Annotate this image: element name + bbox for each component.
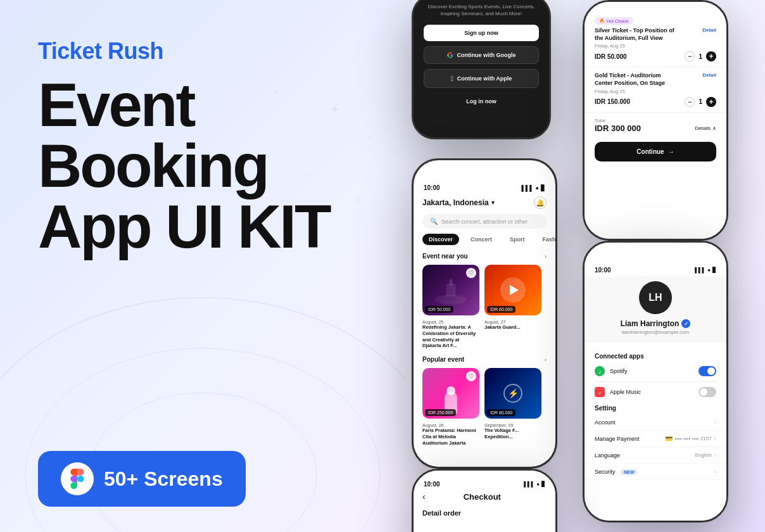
screens-badge[interactable]: 50+ Screens (38, 451, 246, 507)
ticket-1-detail[interactable]: Detail (702, 27, 716, 33)
total-label: Total (595, 118, 716, 124)
phone-auth: Discover Exciting Sports Events, Live Co… (412, 0, 551, 139)
checkout-status-icons: ▌▌▌●▊ (524, 481, 545, 487)
event-price-1: IDR 50.000 (425, 306, 453, 313)
event-card-2[interactable]: IDR 60.000 (484, 265, 541, 315)
event-card-4[interactable]: ⚡ IDR 80.000 (484, 368, 541, 419)
back-button[interactable]: ‹ (422, 491, 426, 502)
popular-event-info-row: August, 26 Faris Pratama: Harmoni Cita a… (414, 421, 555, 448)
account-item[interactable]: Account › (585, 414, 726, 431)
tab-discover[interactable]: Discover (422, 234, 459, 245)
svg-rect-10 (446, 284, 456, 296)
spotify-label: Spotify (610, 368, 628, 374)
left-panel: ✦ ✦ ✦ ✦ ✦ ✦ Ticket Rush Event Booking Ap… (0, 0, 405, 532)
language-label: Language (595, 452, 620, 459)
nearby-arrow[interactable]: › (545, 253, 547, 260)
chevron-up-icon: ∧ (712, 125, 716, 131)
favorite-icon-1[interactable]: ♡ (466, 268, 476, 278)
checkout-header: ‹ Checkout (414, 489, 555, 507)
google-button[interactable]: Continue with Google (424, 46, 539, 64)
ticket-1-date: Friday, Aug 25 (595, 43, 716, 49)
nearby-event-info-row: August, 25 Redefining Jakarta: A Celebra… (414, 318, 555, 351)
setting-title: Setting (585, 401, 726, 414)
location-text: Jakarta, Indonesia (422, 198, 489, 207)
screens-count: 50+ Screens (104, 467, 223, 491)
signup-button[interactable]: Sign up now (424, 25, 539, 41)
security-item[interactable]: Security NEW › (585, 464, 726, 480)
checkout-title: Checkout (431, 492, 534, 502)
spotify-toggle[interactable] (699, 366, 716, 376)
account-chevron: › (714, 419, 716, 426)
popular-arrow[interactable]: › (545, 357, 547, 363)
manage-payment-item[interactable]: Manage Payment 💳 •••• •••• •••• 2157 › (585, 431, 726, 447)
phone-tickets: 🔥 Hot Choice Silver Ticket - Top Positio… (583, 0, 728, 241)
auth-tagline: Discover Exciting Sports Events, Live Co… (424, 3, 539, 17)
spotify-icon: ♪ (595, 366, 605, 376)
apple-music-item: ♪ Apple Music (585, 383, 726, 401)
search-icon: 🔍 (430, 218, 438, 225)
details-link[interactable]: Details ∧ (695, 125, 716, 131)
continue-button[interactable]: Continue → (595, 142, 716, 162)
divider-1 (595, 381, 716, 382)
event-1-date: August, 25 (422, 320, 479, 324)
phone-checkout: 10:00 ▌▌▌●▊ ‹ Checkout Detail order (412, 469, 557, 532)
ticket-1-name: Silver Ticket - Top Position of the Audi… (595, 27, 677, 42)
brand-name: Ticket Rush (38, 38, 367, 65)
svg-text:✦: ✦ (367, 135, 372, 141)
ticket-2-price-row: IDR 150.000 − 1 + (595, 97, 716, 107)
profile-status-time: 10:00 (595, 267, 611, 274)
status-time: 10:00 (424, 184, 440, 191)
event-3-date: August, 26 (422, 423, 479, 428)
event-2-date: August, 27 (484, 320, 541, 324)
search-bar[interactable]: 🔍 Search concert, attraction or other (422, 214, 547, 229)
ticket-1-price: IDR 50.000 (595, 53, 627, 60)
language-chevron: › (714, 452, 716, 459)
tab-fashion[interactable]: Fashi... (536, 234, 555, 245)
qty-plus-1[interactable]: + (706, 51, 716, 61)
event-card-3[interactable]: IDR 250.000 ♡ (422, 368, 479, 419)
connected-apps-title: Connected apps (585, 349, 726, 362)
apple-button[interactable]:  Continue with Apple (424, 69, 539, 88)
phone-profile: 10:00 ▌▌▌●▊ LH Liam Harrington ✓ liamhar… (583, 241, 728, 522)
security-chevron: › (714, 468, 716, 475)
spotify-item: ♪ Spotify (585, 362, 726, 380)
total-amount: IDR 300 000 (595, 124, 641, 133)
tab-sport[interactable]: Sport (503, 234, 531, 245)
status-icons: ▌▌▌●▊ (521, 185, 545, 191)
language-item[interactable]: Language English › (585, 447, 726, 464)
login-button[interactable]: Log in now (424, 93, 539, 110)
ticket-2-detail[interactable]: Detail (702, 72, 716, 78)
notification-icon[interactable]: 🔔 (534, 196, 547, 209)
event-price-3: IDR 250.000 (425, 409, 456, 416)
apple-music-toggle[interactable] (699, 387, 716, 397)
apple-music-label: Apple Music (610, 389, 641, 395)
ticket-1-price-row: IDR 50.000 − 1 + (595, 51, 716, 61)
popular-title: Popular event (422, 356, 464, 363)
ticket-2-date: Friday, Aug 25 (595, 89, 716, 94)
nearby-section-header: Event near you › (414, 250, 555, 262)
detail-order-label: Detail order (414, 507, 555, 519)
phone-browse: 10:00 ▌▌▌●▊ Jakarta, Indonesia ▾ 🔔 🔍 Sea… (412, 158, 557, 469)
status-bar: 10:00 ▌▌▌●▊ (414, 179, 555, 194)
qty-plus-2[interactable]: + (706, 97, 716, 107)
event-4-date: September, 09 (484, 423, 541, 428)
nearby-events-row: IDR 50.000 ♡ IDR 60.000 (414, 262, 555, 318)
verified-icon: ✓ (681, 319, 690, 328)
qty-minus-1[interactable]: − (685, 51, 695, 61)
nearby-title: Event near you (422, 253, 468, 260)
hot-badge: 🔥 Hot Choice (595, 17, 633, 25)
favorite-icon-3[interactable]: ♡ (466, 371, 476, 381)
location-row[interactable]: Jakarta, Indonesia ▾ (422, 198, 495, 207)
qty-minus-2[interactable]: − (685, 97, 695, 107)
payment-chevron: › (714, 435, 716, 442)
profile-status-bar: 10:00 ▌▌▌●▊ (585, 262, 726, 276)
event-4-title: The Voltage F... Expedition... (484, 428, 541, 440)
phone-header: Jakarta, Indonesia ▾ 🔔 (414, 194, 555, 214)
popular-section-header: Popular event › (414, 353, 555, 365)
profile-name: Liam Harrington ✓ (621, 319, 691, 328)
qty-control-2: − 1 + (685, 97, 716, 107)
event-1-title: Redefining Jakarta: A Celebration of Div… (422, 324, 479, 349)
event-card-1[interactable]: IDR 50.000 ♡ (422, 265, 479, 315)
tab-concert[interactable]: Concert (464, 234, 498, 245)
new-badge: NEW (621, 469, 637, 475)
